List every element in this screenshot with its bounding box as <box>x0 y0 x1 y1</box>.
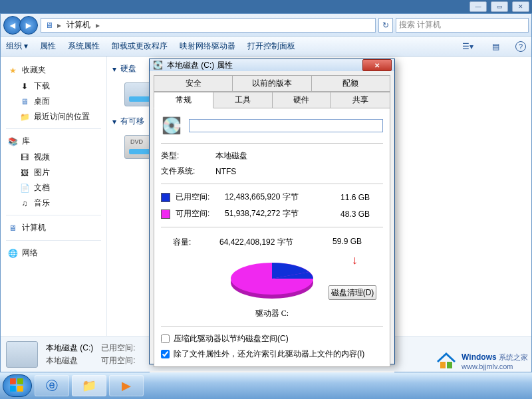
properties-button[interactable]: 属性 <box>40 41 56 52</box>
tab-sharing[interactable]: 共享 <box>331 92 390 108</box>
maximize-button[interactable]: ▭ <box>491 1 508 12</box>
drive-icon: 💽 <box>152 60 163 70</box>
view-mode-button[interactable]: ☰▾ <box>460 40 475 53</box>
watermark-url: www.bjjmlv.com <box>462 362 528 370</box>
help-button[interactable]: ? <box>515 41 526 52</box>
compress-checkbox[interactable] <box>161 334 170 343</box>
free-bytes: 51,938,742,272 字节 <box>225 208 338 219</box>
sidebar-label: 计算机 <box>22 222 46 233</box>
index-checkbox-row[interactable]: 除了文件属性外，还允许索引此驱动器上文件的内容(I) <box>161 348 383 360</box>
breadcrumb-sep: ▸ <box>57 21 61 30</box>
nav-bar: ◄ ► 🖥 ▸ 计算机 ▸ ↻ 搜索 计算机 <box>1 14 531 37</box>
sidebar-desktop[interactable]: 🖥桌面 <box>3 94 104 109</box>
collapse-icon: ▾ <box>112 65 116 74</box>
dialog-close-button[interactable]: ✕ <box>362 59 392 71</box>
sidebar-label: 最近访问的位置 <box>34 111 90 122</box>
search-input[interactable]: 搜索 计算机 <box>396 18 529 33</box>
tab-security[interactable]: 安全 <box>154 75 233 92</box>
sidebar-pictures[interactable]: 🖼图片 <box>3 165 104 180</box>
capacity-gb: 59.9 GB <box>332 237 372 248</box>
organize-menu[interactable]: 组织 ▾ <box>6 41 28 52</box>
refresh-button[interactable]: ↻ <box>378 18 393 33</box>
sidebar-label: 音乐 <box>34 198 50 209</box>
download-icon: ⬇ <box>19 81 30 92</box>
used-swatch <box>161 193 170 202</box>
sidebar: ★收藏夹 ⬇下载 🖥桌面 📁最近访问的位置 📚库 🎞视频 🖼图片 📄文档 ♫音乐… <box>1 57 107 336</box>
index-checkbox[interactable] <box>161 350 170 358</box>
computer-icon: 🖥 <box>7 223 18 233</box>
computer-icon: 🖥 <box>44 20 55 31</box>
watermark: Windows 系统之家 www.bjjmlv.com <box>435 351 528 371</box>
picture-icon: 🖼 <box>19 168 30 178</box>
minimize-button[interactable]: — <box>469 1 487 12</box>
section-label: 有可移 <box>120 116 144 127</box>
tab-hardware[interactable]: 硬件 <box>273 92 332 108</box>
tab-general[interactable]: 常规 <box>154 92 213 108</box>
type-label: 类型: <box>161 150 209 162</box>
document-icon: 📄 <box>19 183 30 194</box>
close-window-button[interactable]: ✕ <box>512 1 529 12</box>
volume-label-input[interactable] <box>189 119 383 132</box>
sidebar-recent[interactable]: 📁最近访问的位置 <box>3 109 104 124</box>
uninstall-button[interactable]: 卸载或更改程序 <box>112 41 168 52</box>
desktop-icon: 🖥 <box>19 96 30 107</box>
taskbar-media-player[interactable]: ▶ <box>109 375 144 396</box>
sidebar-label: 库 <box>22 136 30 147</box>
dialog-titlebar[interactable]: 💽 本地磁盘 (C:) 属性 ✕ <box>150 59 394 71</box>
taskbar-ie[interactable]: ⓔ <box>35 375 69 396</box>
control-panel-button[interactable]: 打开控制面板 <box>247 41 295 52</box>
sidebar-music[interactable]: ♫音乐 <box>3 196 104 211</box>
breadcrumb-root[interactable]: 计算机 <box>64 19 93 31</box>
svg-rect-6 <box>440 362 446 368</box>
sidebar-label: 网络 <box>22 247 38 259</box>
details-title: 本地磁盘 (C:) <box>46 342 93 354</box>
details-used-label: 已用空间: <box>101 342 135 354</box>
toolbar: 组织 ▾ 属性 系统属性 卸载或更改程序 映射网络驱动器 打开控制面板 ☰▾ ▤… <box>1 37 531 57</box>
sidebar-favorites[interactable]: ★收藏夹 <box>3 62 104 78</box>
fs-label: 文件系统: <box>161 166 209 177</box>
start-button[interactable] <box>3 374 32 397</box>
sidebar-downloads[interactable]: ⬇下载 <box>3 78 104 94</box>
svg-rect-5 <box>17 386 23 392</box>
system-properties-button[interactable]: 系统属性 <box>68 41 100 52</box>
disk-cleanup-button[interactable]: 磁盘清理(D) <box>329 285 376 300</box>
tab-previous-versions[interactable]: 以前的版本 <box>233 75 311 92</box>
sidebar-libraries[interactable]: 📚库 <box>3 133 104 150</box>
sidebar-label: 收藏夹 <box>22 65 46 76</box>
address-bar[interactable]: 🖥 ▸ 计算机 ▸ <box>41 18 376 33</box>
sidebar-videos[interactable]: 🎞视频 <box>3 150 104 165</box>
used-label: 已用空间: <box>176 192 222 203</box>
map-drive-button[interactable]: 映射网络驱动器 <box>180 41 235 52</box>
svg-rect-3 <box>17 378 23 384</box>
tab-panel-general: 💽 类型:本地磁盘 文件系统:NTFS 已用空间: 12,483,665,920… <box>154 108 390 367</box>
drive-icon <box>6 341 38 368</box>
drive-icon: 💽 <box>161 115 182 136</box>
taskbar-explorer[interactable]: 📁 <box>72 375 106 396</box>
taskbar: ⓔ 📁 ▶ <box>0 372 532 399</box>
sidebar-computer[interactable]: 🖥计算机 <box>3 219 104 236</box>
type-value: 本地磁盘 <box>215 150 247 162</box>
preview-pane-button[interactable]: ▤ <box>487 40 503 53</box>
sidebar-network[interactable]: 🌐网络 <box>3 245 104 261</box>
watermark-brand: Windows <box>462 352 497 362</box>
sidebar-documents[interactable]: 📄文档 <box>3 180 104 196</box>
sidebar-label: 视频 <box>34 152 50 163</box>
used-bytes: 12,483,665,920 字节 <box>225 192 338 203</box>
capacity-label: 容量: <box>161 237 219 248</box>
star-icon: ★ <box>7 65 18 76</box>
svg-rect-7 <box>447 362 452 368</box>
network-icon: 🌐 <box>7 248 18 259</box>
forward-button[interactable]: ► <box>19 16 38 35</box>
tab-quota[interactable]: 配额 <box>312 75 390 92</box>
used-gb: 11.6 GB <box>340 193 380 202</box>
properties-dialog: 💽 本地磁盘 (C:) 属性 ✕ 安全 以前的版本 配额 常规 工具 硬件 共享… <box>149 59 395 364</box>
recent-icon: 📁 <box>19 112 30 122</box>
compress-checkbox-row[interactable]: 压缩此驱动器以节约磁盘空间(C) <box>161 333 383 344</box>
folder-icon: 📁 <box>82 378 96 393</box>
watermark-sub: 系统之家 <box>499 353 528 361</box>
tab-tools[interactable]: 工具 <box>213 92 273 108</box>
free-gb: 48.3 GB <box>340 209 380 219</box>
music-icon: ♫ <box>19 198 30 209</box>
collapse-icon: ▾ <box>112 117 116 126</box>
ie-icon: ⓔ <box>46 378 58 394</box>
